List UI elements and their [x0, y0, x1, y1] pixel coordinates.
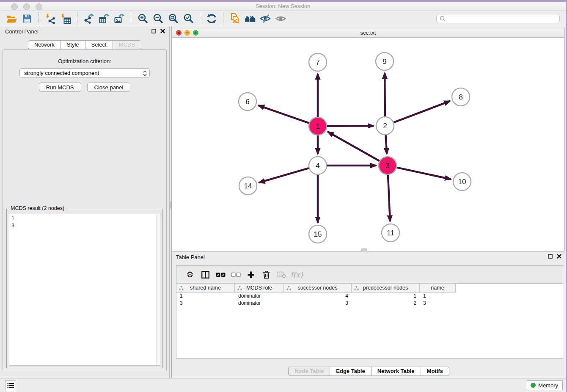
float-panel-icon[interactable] [151, 29, 156, 33]
graph-edge-3-11[interactable] [388, 175, 390, 221]
graph-edge-3-10[interactable] [397, 168, 451, 179]
graph-node-4[interactable]: 4 [309, 157, 327, 174]
graph-node-2[interactable]: 2 [376, 117, 394, 135]
close-window-button[interactable] [11, 3, 18, 10]
import-table-icon [60, 13, 71, 24]
search-box [436, 14, 560, 23]
status-bar: Memory [0, 378, 566, 392]
optimization-criterion-label: Optimization criterion: [3, 58, 166, 64]
graph-node-7[interactable]: 7 [309, 53, 327, 71]
duplicate-network-button[interactable] [227, 12, 242, 25]
function-builder-button[interactable]: f(x) [289, 267, 304, 282]
column-header-predecessor-nodes[interactable]: predecessor nodes [352, 284, 420, 293]
import-network-button[interactable] [43, 12, 58, 25]
show-all-button[interactable] [273, 12, 288, 25]
network-resize-handle[interactable] [361, 248, 367, 251]
show-columns-button[interactable] [198, 267, 213, 282]
import-table-button[interactable] [58, 12, 73, 25]
open-session-button[interactable] [4, 12, 19, 25]
graph-edge-4-14[interactable] [259, 168, 309, 182]
svg-text:14: 14 [244, 182, 252, 190]
zoom-out-button[interactable] [150, 12, 165, 25]
export-network-button[interactable] [81, 12, 96, 25]
criterion-value: strongly connected component [24, 70, 99, 76]
network-close-button[interactable] [176, 30, 182, 36]
graph-edge-1-2[interactable] [327, 126, 374, 126]
graph-edge-3-1[interactable] [328, 132, 380, 161]
delete-column-button[interactable] [259, 267, 274, 282]
list-icon [7, 383, 14, 389]
table-cell: 3 [176, 300, 235, 307]
graph-node-3[interactable]: 3 [379, 157, 396, 174]
svg-text:3: 3 [385, 162, 389, 170]
column-header-successor-nodes[interactable]: successor nodes [284, 284, 352, 293]
close-panel-icon[interactable] [160, 29, 165, 33]
network-maximize-button[interactable] [193, 30, 198, 36]
column-header-name[interactable]: name [420, 284, 456, 293]
column-header-mcds-role[interactable]: MCDS role [235, 284, 284, 293]
panel-list-button[interactable] [5, 380, 16, 391]
hide-selected-button[interactable] [258, 12, 273, 25]
minimize-window-button[interactable] [23, 3, 30, 10]
delete-table-button[interactable] [274, 267, 289, 282]
deselect-all-icon [231, 272, 241, 277]
delete-table-icon [277, 271, 286, 279]
search-input[interactable] [448, 15, 556, 22]
graph-edge-1-6[interactable] [258, 105, 309, 123]
deselect-all-button[interactable] [228, 267, 243, 282]
mcds-result-list[interactable]: 13 [9, 214, 160, 366]
table-row[interactable]: 3dominator323 [176, 300, 563, 307]
control-panel: Control Panel NetworkStyleSelectMCDS Opt… [0, 26, 169, 378]
graph-node-11[interactable]: 11 [382, 224, 399, 242]
table-row[interactable]: 1dominator411 [176, 293, 563, 300]
table-settings-button[interactable]: ⚙ [182, 267, 198, 282]
svg-text:7: 7 [316, 58, 319, 66]
network-canvas[interactable]: 7968124314101511 [172, 38, 564, 251]
graph-edge-2-8[interactable] [394, 101, 450, 123]
graph-node-1[interactable]: 1 [309, 117, 327, 135]
result-scrollbar[interactable] [156, 214, 160, 365]
network-minimize-button[interactable] [184, 30, 190, 36]
zoom-selected-button[interactable] [181, 12, 196, 25]
tab-network-table[interactable]: Network Table [371, 367, 421, 376]
export-image-icon [114, 13, 125, 24]
control-panel-title: Control Panel [5, 28, 39, 35]
zoom-fit-button[interactable] [165, 12, 181, 25]
close-table-panel-icon[interactable] [557, 254, 561, 259]
select-all-button[interactable] [213, 267, 228, 282]
tab-edge-table[interactable]: Edge Table [330, 367, 371, 376]
float-table-panel-icon[interactable] [548, 254, 553, 259]
tab-motifs[interactable]: Motifs [421, 367, 449, 376]
export-image-button[interactable] [112, 12, 127, 25]
graph-node-10[interactable]: 10 [453, 173, 471, 190]
close-panel-button[interactable]: Close panel [87, 83, 131, 92]
graph-edge-2-9[interactable] [385, 73, 385, 116]
zoom-window-button[interactable] [36, 3, 42, 10]
column-header-shared-name[interactable]: shared name [176, 284, 235, 293]
tab-mcds[interactable]: MCDS [113, 40, 141, 50]
svg-text:1: 1 [316, 122, 319, 130]
create-column-button[interactable] [243, 267, 259, 282]
graph-node-8[interactable]: 8 [452, 88, 470, 106]
tab-style[interactable]: Style [61, 40, 85, 50]
table-cell: 3 [420, 300, 456, 307]
splitter-grip[interactable] [170, 201, 171, 209]
graph-edge-2-3[interactable] [385, 135, 387, 154]
run-mcds-button[interactable]: Run MCDS [39, 83, 81, 92]
zoom-in-button[interactable] [135, 12, 150, 25]
graph-node-6[interactable]: 6 [239, 93, 256, 110]
control-panel-header: Control Panel [0, 26, 169, 37]
save-session-button[interactable] [19, 12, 35, 25]
graph-node-15[interactable]: 15 [309, 225, 327, 243]
toolbar-separator [77, 12, 77, 25]
graph-node-14[interactable]: 14 [239, 177, 257, 195]
graph-node-9[interactable]: 9 [376, 52, 394, 70]
memory-button[interactable]: Memory [527, 380, 563, 390]
tab-select[interactable]: Select [85, 40, 113, 50]
tab-network[interactable]: Network [28, 40, 61, 50]
criterion-select[interactable]: strongly connected component [19, 68, 150, 77]
refresh-button[interactable] [204, 12, 219, 25]
first-neighbors-button[interactable] [242, 12, 258, 25]
tab-node-table[interactable]: Node Table [288, 367, 330, 376]
export-table-button[interactable] [96, 12, 112, 25]
